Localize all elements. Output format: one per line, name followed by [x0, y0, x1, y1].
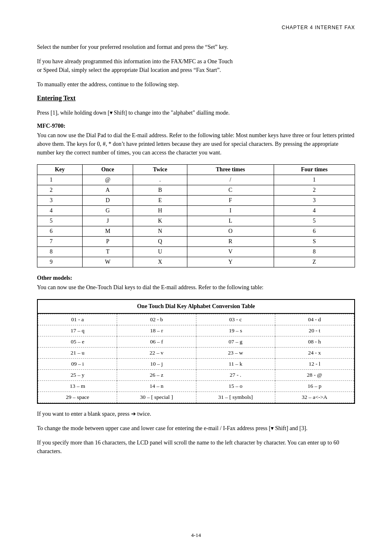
table-cell: / [187, 175, 274, 185]
table-cell: 29 – space [38, 392, 117, 403]
table-cell: N [133, 226, 187, 237]
table-cell: M [82, 226, 133, 237]
table-cell: 19 – s [196, 325, 275, 336]
key-table-header-four: Four times [274, 165, 355, 175]
table-cell: E [133, 196, 187, 206]
table-cell: X [133, 257, 187, 267]
table-cell: 4 [274, 206, 355, 216]
table-row: 13 – m14 – n15 – o16 – p [38, 381, 354, 392]
key-table-header-twice: Twice [133, 165, 187, 175]
paragraph-1: Select the number for your preferred res… [37, 43, 355, 51]
table-cell: 11 – k [196, 359, 275, 370]
page-footer: 4-14 [0, 532, 392, 539]
table-cell: R [187, 237, 274, 247]
table-row: 2ABC2 [37, 185, 355, 196]
key-table-header-three: Three times [187, 165, 274, 175]
table-cell: 4 [37, 206, 83, 216]
table-row: 09 – i10 – j11 – k12 - l [38, 359, 354, 370]
other-models-paragraph: You can now use the One-Touch Dial keys … [37, 283, 355, 292]
table-cell: 25 – y [38, 370, 117, 381]
table-cell: A [82, 185, 133, 196]
table-cell: H [133, 206, 187, 216]
table-cell: 5 [37, 216, 83, 226]
table-cell: B [133, 185, 187, 196]
table-cell: @ [82, 175, 133, 185]
key-table: Key Once Twice Three times Four times 1@… [37, 164, 355, 267]
table-cell: 1 [274, 175, 355, 185]
table-cell: V [187, 247, 274, 257]
table-cell: 27 - . [196, 370, 275, 381]
table-cell: 3 [274, 196, 355, 206]
after-ot-p3: If you specify more than 16 characters, … [37, 438, 355, 456]
table-row: 7PQRS [37, 237, 355, 247]
table-cell: 16 – p [275, 381, 354, 392]
table-cell: 20 - t [275, 325, 354, 336]
table-cell: 09 – i [38, 359, 117, 370]
table-cell: S [274, 237, 355, 247]
table-row: 8TUV8 [37, 247, 355, 257]
table-cell: 02 - b [117, 314, 196, 325]
mfc-paragraph: You can now use the Dial Pad to dial the… [37, 131, 355, 157]
table-cell: 08 - h [275, 336, 354, 348]
key-table-header-once: Once [82, 165, 133, 175]
table-cell: 07 – g [196, 336, 275, 348]
table-row: 4GHI4 [37, 206, 355, 216]
table-cell: 23 – w [196, 348, 275, 359]
one-touch-table: 01 - a02 - b03 - c04 - d17 – q18 – r19 –… [38, 314, 354, 403]
table-cell: 2 [37, 185, 83, 196]
table-cell: 6 [37, 226, 83, 237]
table-cell: J [82, 216, 133, 226]
table-row: 01 - a02 - b03 - c04 - d [38, 314, 354, 325]
table-row: 3DEF3 [37, 196, 355, 206]
table-cell: 24 - x [275, 348, 354, 359]
table-cell: 1 [37, 175, 83, 185]
table-cell: . [133, 175, 187, 185]
table-row: 17 – q18 – r19 – s20 - t [38, 325, 354, 336]
table-cell: 15 – o [196, 381, 275, 392]
mfc-subtitle: MFC-9700: [37, 123, 355, 129]
paragraph-2a: If you have already programmed this info… [37, 58, 233, 64]
table-cell: 5 [274, 216, 355, 226]
table-row: 9WXYZ [37, 257, 355, 267]
other-models-subtitle: Other models: [37, 275, 355, 281]
paragraph-3: To manually enter the address, continue … [37, 80, 355, 89]
table-cell: 14 – n [117, 381, 196, 392]
table-cell: U [133, 247, 187, 257]
table-cell: I [187, 206, 274, 216]
table-cell: G [82, 206, 133, 216]
table-cell: T [82, 247, 133, 257]
table-cell: W [82, 257, 133, 267]
table-cell: Y [187, 257, 274, 267]
table-cell: 17 – q [38, 325, 117, 336]
table-cell: 28 - @ [275, 370, 354, 381]
chapter-header: CHAPTER 4 INTERNET FAX [37, 25, 355, 30]
table-cell: 18 – r [117, 325, 196, 336]
after-ot-p2: To change the mode between upper case an… [37, 424, 355, 433]
table-row: 21 – u22 – v23 – w24 - x [38, 348, 354, 359]
table-cell: O [187, 226, 274, 237]
table-cell: K [133, 216, 187, 226]
table-row: 25 – y26 – z27 - .28 - @ [38, 370, 354, 381]
table-cell: 06 – f [117, 336, 196, 348]
table-cell: 3 [37, 196, 83, 206]
table-cell: 2 [274, 185, 355, 196]
table-row: 29 – space30 – [ special ]31 – [ symbols… [38, 392, 354, 403]
table-row: 6MNO6 [37, 226, 355, 237]
section-title-entering-text: Entering Text [37, 94, 355, 102]
table-cell: 05 – e [38, 336, 117, 348]
table-cell: Z [274, 257, 355, 267]
table-row: 5JKL5 [37, 216, 355, 226]
table-row: 1@./1 [37, 175, 355, 185]
table-cell: 6 [274, 226, 355, 237]
table-cell: 04 - d [275, 314, 354, 325]
table-cell: 30 – [ special ] [117, 392, 196, 403]
one-touch-table-container: One Touch Dial Key Alphabet Conversion T… [37, 299, 355, 404]
paragraph-2: If you have already programmed this info… [37, 57, 355, 74]
table-cell: Q [133, 237, 187, 247]
one-touch-table-title: One Touch Dial Key Alphabet Conversion T… [38, 300, 354, 314]
table-cell: 13 – m [38, 381, 117, 392]
table-cell: 8 [274, 247, 355, 257]
table-cell: F [187, 196, 274, 206]
entering-text-intro: Press [1], while holding down [▾ Shift] … [37, 108, 355, 117]
table-cell: 8 [37, 247, 83, 257]
